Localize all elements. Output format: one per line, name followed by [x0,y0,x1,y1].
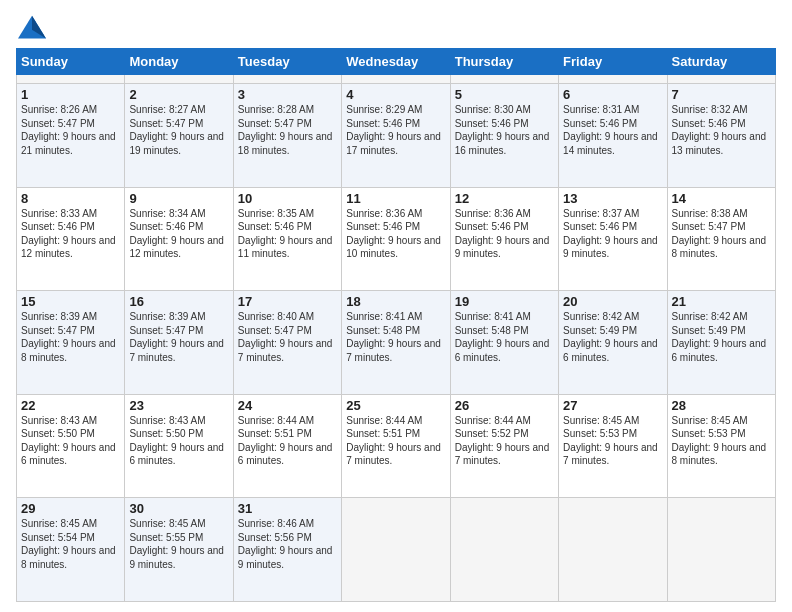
day-info: Sunrise: 8:35 AMSunset: 5:46 PMDaylight:… [238,207,337,261]
day-number: 22 [21,398,120,413]
day-number: 23 [129,398,228,413]
day-number: 1 [21,87,120,102]
day-info: Sunrise: 8:44 AMSunset: 5:51 PMDaylight:… [346,414,445,468]
page: SundayMondayTuesdayWednesdayThursdayFrid… [0,0,792,612]
day-number: 9 [129,191,228,206]
calendar-day-cell: 5Sunrise: 8:30 AMSunset: 5:46 PMDaylight… [450,84,558,188]
day-info: Sunrise: 8:33 AMSunset: 5:46 PMDaylight:… [21,207,120,261]
day-number: 7 [672,87,771,102]
day-number: 6 [563,87,662,102]
day-number: 27 [563,398,662,413]
calendar-day-cell: 3Sunrise: 8:28 AMSunset: 5:47 PMDaylight… [233,84,341,188]
calendar-day-header: Tuesday [233,49,341,75]
calendar-day-cell: 21Sunrise: 8:42 AMSunset: 5:49 PMDayligh… [667,291,775,395]
calendar-day-header: Saturday [667,49,775,75]
day-number: 12 [455,191,554,206]
calendar-week-row: 22Sunrise: 8:43 AMSunset: 5:50 PMDayligh… [17,394,776,498]
day-info: Sunrise: 8:41 AMSunset: 5:48 PMDaylight:… [455,310,554,364]
calendar-day-cell [667,75,775,84]
day-info: Sunrise: 8:38 AMSunset: 5:47 PMDaylight:… [672,207,771,261]
day-info: Sunrise: 8:43 AMSunset: 5:50 PMDaylight:… [129,414,228,468]
day-info: Sunrise: 8:36 AMSunset: 5:46 PMDaylight:… [455,207,554,261]
day-info: Sunrise: 8:45 AMSunset: 5:53 PMDaylight:… [672,414,771,468]
calendar-day-cell [125,75,233,84]
day-number: 2 [129,87,228,102]
day-info: Sunrise: 8:39 AMSunset: 5:47 PMDaylight:… [21,310,120,364]
calendar-day-cell: 18Sunrise: 8:41 AMSunset: 5:48 PMDayligh… [342,291,450,395]
calendar-week-row: 15Sunrise: 8:39 AMSunset: 5:47 PMDayligh… [17,291,776,395]
calendar-day-cell: 10Sunrise: 8:35 AMSunset: 5:46 PMDayligh… [233,187,341,291]
day-info: Sunrise: 8:26 AMSunset: 5:47 PMDaylight:… [21,103,120,157]
calendar-week-row: 8Sunrise: 8:33 AMSunset: 5:46 PMDaylight… [17,187,776,291]
day-number: 8 [21,191,120,206]
logo-icon [16,14,48,42]
calendar-day-cell: 25Sunrise: 8:44 AMSunset: 5:51 PMDayligh… [342,394,450,498]
day-number: 28 [672,398,771,413]
calendar-day-header: Sunday [17,49,125,75]
calendar-day-cell: 24Sunrise: 8:44 AMSunset: 5:51 PMDayligh… [233,394,341,498]
calendar-week-row [17,75,776,84]
calendar-day-cell [233,75,341,84]
day-info: Sunrise: 8:41 AMSunset: 5:48 PMDaylight:… [346,310,445,364]
day-info: Sunrise: 8:45 AMSunset: 5:55 PMDaylight:… [129,517,228,571]
day-info: Sunrise: 8:39 AMSunset: 5:47 PMDaylight:… [129,310,228,364]
calendar-day-header: Friday [559,49,667,75]
calendar-day-cell [342,75,450,84]
calendar-day-cell: 12Sunrise: 8:36 AMSunset: 5:46 PMDayligh… [450,187,558,291]
calendar-day-cell [450,75,558,84]
day-number: 19 [455,294,554,309]
day-info: Sunrise: 8:46 AMSunset: 5:56 PMDaylight:… [238,517,337,571]
day-number: 16 [129,294,228,309]
day-number: 11 [346,191,445,206]
calendar-day-cell: 19Sunrise: 8:41 AMSunset: 5:48 PMDayligh… [450,291,558,395]
day-info: Sunrise: 8:43 AMSunset: 5:50 PMDaylight:… [21,414,120,468]
day-number: 20 [563,294,662,309]
day-number: 30 [129,501,228,516]
day-info: Sunrise: 8:42 AMSunset: 5:49 PMDaylight:… [672,310,771,364]
calendar-day-cell: 1Sunrise: 8:26 AMSunset: 5:47 PMDaylight… [17,84,125,188]
day-number: 4 [346,87,445,102]
day-info: Sunrise: 8:32 AMSunset: 5:46 PMDaylight:… [672,103,771,157]
day-info: Sunrise: 8:36 AMSunset: 5:46 PMDaylight:… [346,207,445,261]
calendar-day-cell: 14Sunrise: 8:38 AMSunset: 5:47 PMDayligh… [667,187,775,291]
calendar-day-cell: 15Sunrise: 8:39 AMSunset: 5:47 PMDayligh… [17,291,125,395]
calendar-day-cell: 31Sunrise: 8:46 AMSunset: 5:56 PMDayligh… [233,498,341,602]
calendar-day-cell: 13Sunrise: 8:37 AMSunset: 5:46 PMDayligh… [559,187,667,291]
day-number: 3 [238,87,337,102]
calendar-day-header: Thursday [450,49,558,75]
calendar-day-cell: 6Sunrise: 8:31 AMSunset: 5:46 PMDaylight… [559,84,667,188]
day-number: 29 [21,501,120,516]
day-info: Sunrise: 8:27 AMSunset: 5:47 PMDaylight:… [129,103,228,157]
calendar-day-cell: 8Sunrise: 8:33 AMSunset: 5:46 PMDaylight… [17,187,125,291]
day-info: Sunrise: 8:44 AMSunset: 5:51 PMDaylight:… [238,414,337,468]
day-info: Sunrise: 8:29 AMSunset: 5:46 PMDaylight:… [346,103,445,157]
day-number: 10 [238,191,337,206]
logo [16,14,50,42]
calendar-day-cell: 9Sunrise: 8:34 AMSunset: 5:46 PMDaylight… [125,187,233,291]
calendar-week-row: 29Sunrise: 8:45 AMSunset: 5:54 PMDayligh… [17,498,776,602]
day-number: 5 [455,87,554,102]
calendar-header-row: SundayMondayTuesdayWednesdayThursdayFrid… [17,49,776,75]
calendar-day-cell: 27Sunrise: 8:45 AMSunset: 5:53 PMDayligh… [559,394,667,498]
day-number: 14 [672,191,771,206]
calendar-day-cell: 20Sunrise: 8:42 AMSunset: 5:49 PMDayligh… [559,291,667,395]
day-number: 24 [238,398,337,413]
day-number: 15 [21,294,120,309]
calendar-day-cell [559,498,667,602]
calendar-day-cell [342,498,450,602]
calendar-week-row: 1Sunrise: 8:26 AMSunset: 5:47 PMDaylight… [17,84,776,188]
day-number: 21 [672,294,771,309]
day-number: 13 [563,191,662,206]
calendar-day-cell: 16Sunrise: 8:39 AMSunset: 5:47 PMDayligh… [125,291,233,395]
calendar-day-cell: 4Sunrise: 8:29 AMSunset: 5:46 PMDaylight… [342,84,450,188]
calendar-day-cell: 17Sunrise: 8:40 AMSunset: 5:47 PMDayligh… [233,291,341,395]
calendar-table: SundayMondayTuesdayWednesdayThursdayFrid… [16,48,776,602]
calendar-day-cell: 23Sunrise: 8:43 AMSunset: 5:50 PMDayligh… [125,394,233,498]
day-info: Sunrise: 8:44 AMSunset: 5:52 PMDaylight:… [455,414,554,468]
calendar-day-cell [17,75,125,84]
calendar-day-cell [667,498,775,602]
day-info: Sunrise: 8:28 AMSunset: 5:47 PMDaylight:… [238,103,337,157]
day-info: Sunrise: 8:45 AMSunset: 5:53 PMDaylight:… [563,414,662,468]
day-number: 17 [238,294,337,309]
day-info: Sunrise: 8:45 AMSunset: 5:54 PMDaylight:… [21,517,120,571]
